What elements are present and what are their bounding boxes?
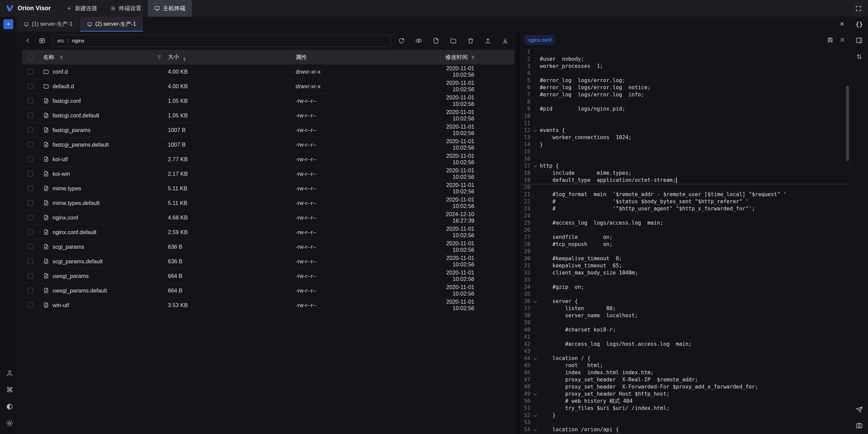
code-line[interactable]: 51 try_files $uri $uri/ /index.html; <box>520 405 850 412</box>
code-line[interactable]: 35 <box>520 291 850 298</box>
table-row[interactable]: win-utf3.53 KB-rw-r--r--2020-11-01 10:02… <box>22 298 514 313</box>
table-row[interactable]: koi-win2.17 KB-rw-r--r--2020-11-01 10:02… <box>22 167 514 181</box>
code-line[interactable]: 28 #tcp_nopush on; <box>520 241 850 248</box>
new-tab-button[interactable] <box>3 19 13 29</box>
user-icon[interactable] <box>6 369 14 377</box>
table-row[interactable]: nginx.conf.default2.59 KB-rw-r--r--2020-… <box>22 225 514 240</box>
delete-button[interactable] <box>465 35 476 46</box>
code-line[interactable]: 27 sendfile on; <box>520 234 850 241</box>
code-line[interactable]: 21 #log_format main '$remote_addr - $rem… <box>520 191 850 198</box>
code-line[interactable]: 6#error_log logs/error.log notice; <box>520 84 850 91</box>
code-line[interactable]: 17http { <box>520 163 850 170</box>
sort-size-icon[interactable] <box>183 57 186 61</box>
code-line[interactable]: 4 <box>520 70 850 77</box>
code-line[interactable]: 39 <box>520 319 850 326</box>
code-line[interactable]: 5#error_log logs/error.log; <box>520 77 850 84</box>
file-name[interactable]: default.d <box>53 83 74 90</box>
sort-mtime-icon[interactable] <box>472 55 474 59</box>
table-row[interactable]: scgi_params636 B-rw-r--r--2020-11-01 10:… <box>22 240 514 254</box>
breadcrumb[interactable]: etc / nginx <box>53 35 391 47</box>
row-checkbox[interactable] <box>28 113 33 118</box>
fold-chevron-icon[interactable] <box>530 393 540 395</box>
file-name[interactable]: win-utf <box>53 302 69 308</box>
panel-layout-icon[interactable] <box>855 37 863 44</box>
code-line[interactable]: 11 <box>520 120 850 127</box>
table-row[interactable]: scgi_params.default636 B-rw-r--r--2020-1… <box>22 254 514 269</box>
refresh-button[interactable] <box>396 35 407 46</box>
table-row[interactable]: fastcgi_params.default1007 B-rw-r--r--20… <box>22 137 514 152</box>
table-row[interactable]: mime.types5.11 KB-rw-r--r--2020-11-01 10… <box>22 181 514 196</box>
code-line[interactable]: 54 location /orion/api { <box>520 426 850 433</box>
swap-vertical-icon[interactable] <box>855 53 863 60</box>
screenshot-icon[interactable] <box>855 422 863 429</box>
table-row[interactable]: fastcgi.conf1.05 KB-rw-r--r--2020-11-01 … <box>22 94 514 108</box>
file-name[interactable]: koi-utf <box>53 156 68 163</box>
code-line[interactable]: 3worker_processes 1; <box>520 63 850 70</box>
row-checkbox[interactable] <box>28 200 33 206</box>
code-line[interactable]: 29 <box>520 248 850 255</box>
send-icon[interactable] <box>855 406 863 413</box>
code-line[interactable]: 49 proxy_set_header Host $http_host; <box>520 391 850 398</box>
editor-scrollbar[interactable] <box>846 49 849 434</box>
code-line[interactable]: 41 <box>520 334 850 341</box>
file-name[interactable]: fastcgi_params <box>53 127 91 133</box>
file-name[interactable]: conf.d <box>53 69 68 75</box>
code-line[interactable]: 48 proxy_set_header X-Forwarded-For $pro… <box>520 383 850 391</box>
row-checkbox[interactable] <box>28 186 33 191</box>
code-line[interactable]: 32 client_max_body_size 1048m; <box>520 269 850 277</box>
code-line[interactable]: 45 root html; <box>520 362 850 369</box>
select-all-checkbox[interactable] <box>28 55 33 60</box>
row-checkbox[interactable] <box>28 69 33 74</box>
table-row[interactable]: uwsgi_params.default664 B-rw-r--r--2020-… <box>22 283 514 298</box>
code-line[interactable]: 47 proxy_set_header X-Real-IP $remote_ad… <box>520 376 850 383</box>
column-header-name[interactable]: 名称 <box>43 54 54 61</box>
row-checkbox[interactable] <box>28 229 33 235</box>
code-editor[interactable]: 12#user nobody;3worker_processes 1;45#er… <box>520 49 850 434</box>
filter-icon[interactable] <box>157 55 162 60</box>
code-line[interactable]: 12events { <box>520 127 850 134</box>
breadcrumb-segment[interactable]: nginx <box>72 38 84 44</box>
menu-host-terminal[interactable]: 主机终端 <box>148 0 192 17</box>
code-line[interactable]: 36 server { <box>520 298 850 305</box>
row-checkbox[interactable] <box>28 302 33 308</box>
row-checkbox[interactable] <box>28 127 33 133</box>
code-line[interactable]: 43 <box>520 348 850 355</box>
file-name[interactable]: mime.types.default <box>53 200 99 206</box>
row-checkbox[interactable] <box>28 288 33 293</box>
fold-chevron-icon[interactable] <box>530 300 540 303</box>
close-icon[interactable]: ✕ <box>840 20 845 28</box>
code-line[interactable]: 13 worker_connections 1024; <box>520 134 850 141</box>
row-checkbox[interactable] <box>28 244 33 249</box>
file-name[interactable]: fastcgi.conf.default <box>53 112 99 119</box>
code-line[interactable]: 7#error_log logs/error.log info; <box>520 91 850 98</box>
code-line[interactable]: 23 # '"$http_user_agent" "$http_x_forwar… <box>520 205 850 212</box>
code-line[interactable]: 31 keepalive_timeout 65; <box>520 262 850 269</box>
code-line[interactable]: 22 # '$status $body_bytes_sent "$http_re… <box>520 198 850 205</box>
download-button[interactable] <box>499 35 511 46</box>
code-line[interactable]: 14} <box>520 141 850 148</box>
code-line[interactable]: 9#pid logs/nginx.pid; <box>520 106 850 113</box>
file-name[interactable]: scgi_params <box>53 244 84 250</box>
file-name[interactable]: koi-win <box>53 171 70 177</box>
table-row[interactable]: fastcgi_params1007 B-rw-r--r--2020-11-01… <box>22 123 514 137</box>
file-name[interactable]: scgi_params.default <box>53 258 103 265</box>
code-line[interactable]: 34 #gzip on; <box>520 284 850 291</box>
row-checkbox[interactable] <box>28 142 33 147</box>
file-name[interactable]: nginx.conf.default <box>53 229 96 235</box>
tab-server-2[interactable]: (2) server-生产-1 <box>80 17 143 32</box>
panel-splitter[interactable] <box>516 32 520 434</box>
code-line[interactable]: 50 # web history 模式 404 <box>520 398 850 405</box>
code-line[interactable]: 38 server_name localhost; <box>520 312 850 319</box>
file-name[interactable]: fastcgi_params.default <box>53 141 109 148</box>
table-row[interactable]: koi-utf2.77 KB-rw-r--r--2020-11-01 10:02… <box>22 152 514 167</box>
fold-chevron-icon[interactable] <box>530 414 540 417</box>
table-row[interactable]: default.d4.00 KBdrwxr-xr-x2020-11-01 10:… <box>22 79 514 94</box>
fold-chevron-icon[interactable] <box>530 165 540 167</box>
code-line[interactable]: 37 listen 80; <box>520 305 850 312</box>
code-line[interactable]: 25 #access_log logs/access.log main; <box>520 220 850 227</box>
row-checkbox[interactable] <box>28 83 33 89</box>
code-line[interactable]: 2#user nobody; <box>520 56 850 63</box>
row-checkbox[interactable] <box>28 259 33 264</box>
editor-close-button[interactable] <box>840 37 845 43</box>
code-line[interactable]: 52 } <box>520 412 850 419</box>
